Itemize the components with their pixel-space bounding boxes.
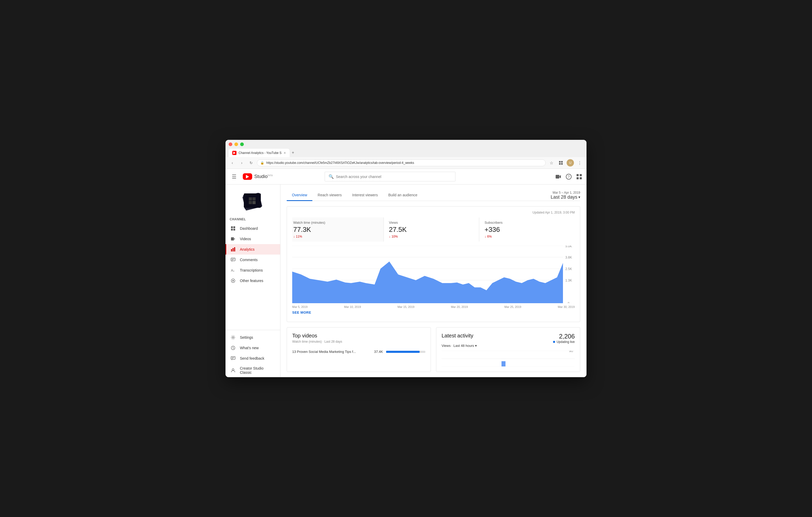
svg-rect-24 <box>234 247 235 251</box>
user-avatar[interactable]: U <box>567 159 574 166</box>
dropdown-chevron-icon: ▾ <box>578 195 580 199</box>
tab-overview[interactable]: Overview <box>287 190 312 201</box>
tab-build-audience[interactable]: Build an audience <box>383 190 423 201</box>
more-options-icon[interactable]: ⋮ <box>576 159 583 166</box>
views-value: 27.5K <box>389 225 474 234</box>
x-label-2: Mar 10, 2019 <box>344 305 361 308</box>
sidebar-item-analytics[interactable]: Analytics <box>226 244 280 254</box>
live-dot <box>553 341 555 343</box>
svg-rect-10 <box>577 177 579 179</box>
svg-marker-28 <box>232 261 233 262</box>
x-label-4: Mar 20, 2019 <box>451 305 468 308</box>
yt-studio-logo: Studiobeta <box>243 173 273 180</box>
svg-rect-25 <box>231 258 235 261</box>
address-bar[interactable]: 🔒 https://studio.youtube.com/channel/UCf… <box>257 159 546 166</box>
header-search: 🔍 <box>325 172 456 181</box>
watch-time-value: 77.3K <box>293 225 378 234</box>
svg-rect-16 <box>231 226 233 228</box>
watch-time-change: ↓ 11% <box>293 235 378 238</box>
other-features-icon <box>230 278 236 283</box>
sidebar-item-whats-new[interactable]: What's new <box>226 343 280 353</box>
subscribers-down-icon: ↓ <box>485 235 486 238</box>
svg-rect-13 <box>253 197 256 201</box>
top-videos-title: Top videos <box>292 333 425 339</box>
views-label: Views <box>389 221 474 224</box>
sidebar-item-transcriptions[interactable]: Aₓ Transcriptions <box>226 265 280 275</box>
lock-icon: 🔒 <box>260 161 264 165</box>
analytics-icon <box>230 247 236 252</box>
svg-rect-0 <box>559 161 560 162</box>
sidebar-item-other-features[interactable]: Other features <box>226 275 280 286</box>
x-label-1: Mar 5, 2019 <box>292 305 308 308</box>
tab-close-icon[interactable]: ✕ <box>284 151 286 155</box>
views-dropdown[interactable]: Views · Last 48 hours ▾ <box>442 344 575 347</box>
tab-favicon <box>232 151 236 155</box>
svg-rect-2 <box>559 163 560 165</box>
new-tab-button[interactable]: + <box>290 148 296 157</box>
bottom-section: Top videos Watch time (minutes) · Last 2… <box>287 327 580 372</box>
sidebar-item-settings[interactable]: Settings <box>226 332 280 343</box>
svg-marker-5 <box>559 175 561 178</box>
sidebar-item-send-feedback[interactable]: Send feedback <box>226 353 280 364</box>
videos-label: Videos <box>240 237 251 241</box>
top-video-row-1[interactable]: 13 Proven Social Media Marketing Tips f.… <box>292 347 425 356</box>
analytics-label: Analytics <box>240 247 255 251</box>
maximize-button[interactable] <box>240 143 244 146</box>
main-content: Overview Reach viewers Interest viewers … <box>281 185 586 377</box>
whats-new-label: What's new <box>240 346 259 350</box>
help-icon[interactable]: ? <box>566 174 572 180</box>
tab-reach-viewers[interactable]: Reach viewers <box>312 190 347 201</box>
analytics-chart: 5.0K 3.8K 2.5K 1.3K 0 <box>292 246 575 303</box>
beta-label: beta <box>268 174 272 177</box>
svg-text:5.0K: 5.0K <box>565 246 572 248</box>
bookmark-icon[interactable]: ☆ <box>548 159 555 166</box>
views-pct: 10% <box>392 235 398 238</box>
top-videos-card: Top videos Watch time (minutes) · Last 2… <box>287 327 431 372</box>
subscribers-stat[interactable]: Subscribers +336 ↓ 6% <box>479 217 575 242</box>
date-range-selector[interactable]: Mar 5 – Apr 1, 2019 Last 28 days ▾ <box>551 191 580 200</box>
svg-text:?: ? <box>568 175 570 179</box>
svg-point-38 <box>232 369 234 371</box>
see-more-button[interactable]: SEE MORE <box>292 307 575 317</box>
extensions-icon[interactable] <box>557 159 564 166</box>
studio-text: Studiobeta <box>254 174 273 179</box>
subscribers-change: ↓ 6% <box>485 235 570 238</box>
watch-time-down-icon: ↓ <box>293 235 295 238</box>
reload-button[interactable]: ↻ <box>248 159 255 166</box>
forward-button[interactable]: › <box>238 159 245 166</box>
active-tab[interactable]: Channel Analytics - YouTube S ✕ <box>229 149 290 157</box>
svg-marker-37 <box>232 359 233 360</box>
traffic-lights <box>229 143 583 146</box>
apps-grid-icon[interactable] <box>576 174 582 180</box>
sidebar-item-videos[interactable]: Videos <box>226 234 280 244</box>
latest-activity-title: Latest activity <box>442 333 473 339</box>
browser-chrome: Channel Analytics - YouTube S ✕ + <box>226 140 586 157</box>
header-actions: ? <box>555 174 582 180</box>
watch-time-label: Watch time (minutes) <box>293 221 378 224</box>
svg-rect-11 <box>580 177 582 179</box>
transcriptions-label: Transcriptions <box>240 268 263 272</box>
views-dropdown-icon: ▾ <box>475 344 477 347</box>
close-button[interactable] <box>229 143 232 146</box>
svg-rect-15 <box>253 201 256 204</box>
back-button[interactable]: ‹ <box>229 159 236 166</box>
sidebar-item-comments[interactable]: Comments <box>226 254 280 265</box>
minimize-button[interactable] <box>234 143 238 146</box>
tab-interest-viewers[interactable]: Interest viewers <box>347 190 383 201</box>
hamburger-menu[interactable]: ☰ <box>230 172 239 182</box>
x-label-6: Mar 30, 2019 <box>558 305 575 308</box>
views-change: ↓ 10% <box>389 235 474 238</box>
latest-activity-chart: 90 <box>442 351 575 366</box>
watch-time-stat[interactable]: Watch time (minutes) 77.3K ↓ 11% <box>292 217 384 242</box>
x-label-5: Mar 25, 2019 <box>504 305 521 308</box>
create-video-button[interactable] <box>555 174 561 180</box>
stats-row: Watch time (minutes) 77.3K ↓ 11% Views 2… <box>292 217 575 242</box>
send-feedback-icon <box>230 356 236 361</box>
search-input[interactable] <box>336 175 452 179</box>
svg-rect-8 <box>577 174 579 176</box>
views-stat[interactable]: Views 27.5K ↓ 10% <box>384 217 480 242</box>
creator-studio-icon <box>230 368 236 373</box>
sidebar-item-creator-studio[interactable]: Creator Studio Classic <box>226 364 280 377</box>
sidebar-item-dashboard[interactable]: Dashboard <box>226 223 280 234</box>
channel-logo <box>242 192 263 210</box>
